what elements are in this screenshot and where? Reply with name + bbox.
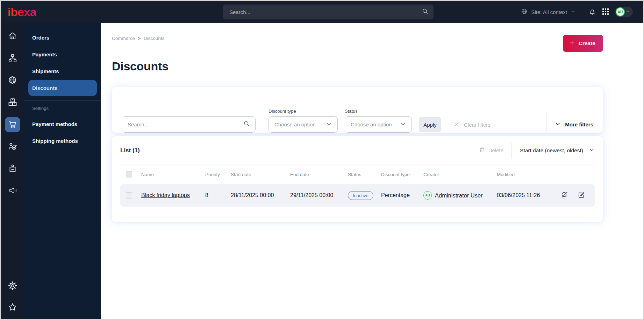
global-search-input[interactable] <box>229 9 422 15</box>
close-icon <box>453 121 460 128</box>
main-content: Commerce > Discounts Create Discounts <box>101 23 643 319</box>
grid-icon <box>602 8 609 16</box>
preview-disabled-icon <box>560 191 568 200</box>
chevron-down-icon <box>555 121 561 128</box>
ibexa-logo: ibexa <box>8 6 36 18</box>
menu-item-payments[interactable]: Payments <box>24 46 101 63</box>
discount-list: List (1) Delete Start date <box>112 136 603 222</box>
preview-disabled-button[interactable] <box>560 191 568 200</box>
end-date-value: 29/11/2025 00:00 <box>290 192 348 199</box>
customer-target-icon <box>8 141 17 152</box>
topbar: ibexa Site: All context <box>1 1 643 23</box>
rail-item-favorites[interactable] <box>5 300 20 315</box>
filter-divider <box>447 115 447 133</box>
more-filters-group: More filters <box>546 113 593 133</box>
edit-icon <box>578 191 585 200</box>
topbar-divider <box>582 7 582 17</box>
filter-bar: Discount type Choose an option Status Ch… <box>112 87 603 133</box>
topbar-right-cluster: Site: All context <box>521 1 633 23</box>
notifications-button[interactable] <box>588 8 596 16</box>
gear-icon <box>8 281 17 292</box>
more-filters-button[interactable]: More filters <box>555 121 593 128</box>
column-header-name: Name <box>141 172 205 177</box>
chevron-down-icon <box>400 121 406 128</box>
column-header-status: Status <box>348 172 381 177</box>
global-search[interactable] <box>223 5 434 19</box>
id-badge-icon <box>8 164 17 174</box>
creator-name: Administrator User <box>435 192 483 199</box>
list-actions: Delete Start date (newest, oldest) <box>479 142 595 159</box>
rail-item-site[interactable] <box>5 73 20 88</box>
rail-item-home[interactable] <box>5 29 20 44</box>
star-icon <box>8 302 17 313</box>
app-grid-button[interactable] <box>602 8 609 16</box>
rail-item-commerce[interactable] <box>5 117 20 132</box>
list-header: List (1) Delete Start date <box>120 136 595 165</box>
app-window: ibexa Site: All context <box>0 0 644 320</box>
column-header-end-date: End date <box>290 172 348 177</box>
sort-selector[interactable]: Start date (newest, oldest) <box>520 147 595 154</box>
column-header-start-date: Start date <box>231 172 290 177</box>
user-avatar: AU <box>616 7 625 16</box>
discount-type-cell: Percentage <box>381 192 423 199</box>
clear-filters-button[interactable]: Clear filters <box>453 121 491 128</box>
rail-item-corporate[interactable] <box>5 161 20 176</box>
filter-divider <box>546 113 546 133</box>
edit-button[interactable] <box>578 191 585 200</box>
filter-search[interactable] <box>122 116 256 133</box>
menu-item-orders[interactable]: Orders <box>24 29 101 46</box>
breadcrumb-commerce[interactable]: Commerce <box>112 36 135 41</box>
status-value: Choose an option <box>351 121 392 127</box>
table-header-row: Name Priority Start date End date Status… <box>120 168 595 181</box>
create-button[interactable]: Create <box>563 35 603 52</box>
list-title: List (1) <box>120 147 140 154</box>
table-row: Black friday laptops 8 28/11/2025 00:00 … <box>120 184 595 207</box>
list-divider <box>511 142 511 159</box>
discount-type-label: Discount type <box>269 109 338 114</box>
sort-label: Start date (newest, oldest) <box>520 147 583 154</box>
rail-item-settings[interactable] <box>5 278 20 294</box>
search-icon <box>422 8 429 16</box>
status-select[interactable]: Choose an option <box>345 116 412 133</box>
rail-bottom <box>5 278 20 319</box>
clear-filters-label: Clear filters <box>464 122 491 128</box>
trash-icon <box>479 147 485 154</box>
discount-name-link[interactable]: Black friday laptops <box>141 192 190 198</box>
filter-divider <box>262 116 262 133</box>
chevron-down-icon <box>589 147 595 154</box>
row-checkbox[interactable] <box>126 192 132 199</box>
search-icon <box>243 120 250 129</box>
chevron-down-icon <box>625 9 630 15</box>
rail-divider <box>6 296 19 296</box>
site-context-selector[interactable]: Site: All context <box>521 8 575 16</box>
user-menu[interactable]: AU <box>615 7 633 17</box>
globe-cursor-icon <box>8 75 17 86</box>
status-badge: Inactive <box>348 191 373 200</box>
discount-type-value: Choose an option <box>274 121 316 127</box>
plus-icon <box>569 40 575 47</box>
rail-item-content-tree[interactable] <box>5 51 20 66</box>
row-actions <box>560 191 595 200</box>
filter-search-input[interactable] <box>128 121 243 127</box>
rail-item-customers[interactable] <box>5 139 20 154</box>
delete-button[interactable]: Delete <box>479 147 503 154</box>
shopping-cart-icon <box>8 119 17 130</box>
select-all-checkbox[interactable] <box>126 171 132 178</box>
modified-value: 03/06/2025 11:26 <box>497 192 560 199</box>
column-header-priority: Priority <box>205 172 231 177</box>
chevron-down-icon <box>571 9 575 15</box>
priority-value: 8 <box>205 192 231 199</box>
menu-item-payment-methods[interactable]: Payment methods <box>24 116 101 132</box>
menu-item-discounts[interactable]: Discounts <box>28 80 97 96</box>
menu-item-shipments[interactable]: Shipments <box>24 63 101 79</box>
apply-button[interactable]: Apply <box>419 117 441 132</box>
rail-item-marketing[interactable] <box>5 183 20 199</box>
site-context-label: Site: All context <box>531 9 567 15</box>
sidebar-rail <box>1 23 24 319</box>
start-date-value: 28/11/2025 00:00 <box>231 192 290 199</box>
discount-type-select[interactable]: Choose an option <box>269 116 338 133</box>
menu-item-shipping-methods[interactable]: Shipping methods <box>24 132 101 149</box>
breadcrumb-discounts[interactable]: Discounts <box>144 36 164 41</box>
rail-item-catalog[interactable] <box>5 95 20 110</box>
breadcrumb-separator: > <box>138 36 141 41</box>
